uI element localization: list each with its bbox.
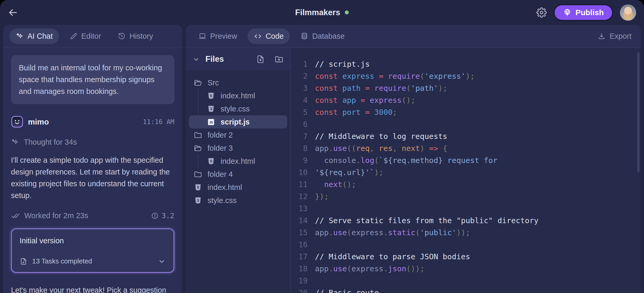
code-text: const app = express(); — [315, 94, 415, 106]
tab-database[interactable]: Database — [294, 29, 351, 44]
css-file-icon: 3 — [194, 196, 202, 205]
file-tree-item[interactable]: 3style.css — [189, 194, 287, 207]
message-timestamp: 11:16 AM — [143, 118, 174, 126]
pencil-icon — [70, 32, 78, 40]
back-button[interactable] — [8, 7, 18, 18]
line-number: 11 — [291, 178, 308, 190]
code-icon — [254, 32, 262, 40]
history-icon — [118, 32, 126, 40]
code-line: 15app.use(express.static('public')); — [291, 227, 641, 239]
indent-guide — [198, 115, 198, 128]
svg-text:5: 5 — [210, 94, 212, 98]
line-number: 18 — [291, 263, 308, 275]
file-name: index.html — [221, 157, 255, 166]
line-number: 17 — [291, 251, 308, 263]
sparkles-icon — [16, 32, 24, 40]
file-tree-item[interactable]: 5index.html — [189, 181, 287, 194]
code-line: 18app.use(express.json()); — [291, 263, 641, 275]
file-tree: Src5index.html3style.cssJSscript.jsfolde… — [186, 70, 290, 293]
worked-duration-label: Worked for 2m 23s — [24, 211, 88, 220]
code-line: 9 console.log(`${req.method} request for — [291, 154, 641, 166]
tab-database-label: Database — [312, 32, 344, 41]
new-folder-icon[interactable] — [274, 55, 284, 64]
file-tree-item[interactable]: folder 4 — [189, 168, 287, 181]
project-title-group: Filmmakers — [295, 8, 349, 17]
code-line: 1// script.js — [291, 58, 641, 70]
file-tree-item[interactable]: folder 3 — [189, 142, 287, 155]
file-name: index.html — [208, 183, 242, 192]
gear-icon — [536, 7, 547, 18]
chat-scroll-area[interactable]: Build me an internal tool for my co-work… — [3, 48, 182, 293]
settings-button[interactable] — [536, 7, 547, 18]
thought-row[interactable]: Thought for 34s — [11, 138, 174, 146]
new-file-icon[interactable] — [256, 55, 265, 64]
code-line: 16 — [291, 239, 641, 251]
indent-guide — [198, 89, 198, 102]
version-title: Initial version — [20, 236, 166, 245]
file-name: folder 2 — [208, 131, 233, 139]
version-tasks-row[interactable]: 13 Tasks completed — [20, 257, 166, 265]
code-line: 11 next(); — [291, 178, 641, 190]
version-card[interactable]: Initial version 13 Tasks completed — [11, 228, 174, 273]
file-tree-item[interactable]: 3style.css — [189, 102, 287, 115]
code-text: next(); — [315, 178, 356, 190]
code-line: 4const app = express(); — [291, 94, 641, 106]
tab-preview[interactable]: Preview — [192, 29, 243, 44]
code-text: // Serve static files from the "public" … — [315, 215, 539, 227]
file-tree-item[interactable]: JSscript.js — [189, 115, 287, 128]
tab-ai-chat[interactable]: AI Chat — [9, 29, 59, 44]
file-name: style.css — [208, 196, 237, 205]
file-tree-item[interactable]: 5index.html — [189, 89, 287, 102]
code-text: const port = 3000; — [315, 106, 397, 118]
js-file-icon: JS — [207, 118, 215, 126]
files-title: Files — [205, 54, 224, 64]
folder-open-file-icon — [194, 78, 202, 87]
file-tree-item[interactable]: folder 2 — [189, 128, 287, 142]
code-line: 20// Basic route — [291, 287, 641, 293]
file-name: index.html — [221, 92, 255, 100]
css-file-icon: 3 — [207, 105, 215, 113]
editor-scrollbar-thumb[interactable] — [637, 52, 640, 172]
svg-text:3: 3 — [210, 107, 212, 111]
code-line: 5const port = 3000; — [291, 106, 641, 118]
suggestion-prompt: Let's make your next tweak! Pick a sugge… — [11, 284, 174, 293]
code-lines: 1// script.js2const express = require('e… — [291, 58, 641, 293]
line-number: 12 — [291, 190, 308, 202]
thought-duration-label: Thought for 34s — [24, 138, 77, 146]
line-number: 20 — [291, 287, 308, 293]
back-arrow-icon — [8, 7, 18, 18]
svg-text:5: 5 — [210, 159, 212, 163]
user-avatar[interactable] — [620, 4, 636, 21]
code-text: const path = require('path'); — [315, 82, 447, 94]
chevron-down-icon[interactable] — [193, 56, 200, 63]
export-button[interactable]: Export — [596, 32, 635, 41]
line-number: 4 — [291, 94, 308, 106]
file-name: style.css — [221, 105, 250, 113]
assistant-header: mimo 11:16 AM — [11, 116, 174, 128]
tab-history[interactable]: History — [111, 29, 159, 44]
worked-row: Worked for 2m 23s 3.2 — [11, 211, 174, 220]
tasks-document-icon — [20, 257, 27, 265]
code-line: 6 — [291, 118, 641, 130]
svg-text:5: 5 — [197, 185, 199, 189]
chevron-down-icon[interactable] — [158, 257, 166, 265]
files-header[interactable]: Files — [186, 48, 290, 70]
file-tree-item[interactable]: 5index.html — [189, 155, 287, 168]
code-editor[interactable]: 1// script.js2const express = require('e… — [290, 48, 641, 293]
main-panels: AI Chat Editor History Build me an inter… — [0, 25, 644, 293]
line-number: 10 — [291, 166, 308, 178]
line-number: 9 — [291, 154, 308, 166]
file-name: Src — [208, 78, 219, 87]
publish-button[interactable]: Publish — [555, 5, 612, 20]
tab-editor[interactable]: Editor — [63, 29, 107, 44]
folder-file-icon — [194, 131, 202, 139]
top-bar: Filmmakers Publish — [0, 0, 644, 25]
publish-globe-icon — [563, 8, 572, 17]
file-tree-item[interactable]: Src — [189, 76, 287, 89]
user-message-bubble: Build me an internal tool for my co-work… — [11, 55, 174, 104]
line-number: 13 — [291, 202, 308, 215]
code-text: // Middleware to parse JSON bodies — [315, 251, 470, 263]
workspace-panel: Preview Code Database — [186, 25, 641, 293]
indent-guide — [198, 155, 198, 168]
tab-code[interactable]: Code — [248, 29, 290, 44]
